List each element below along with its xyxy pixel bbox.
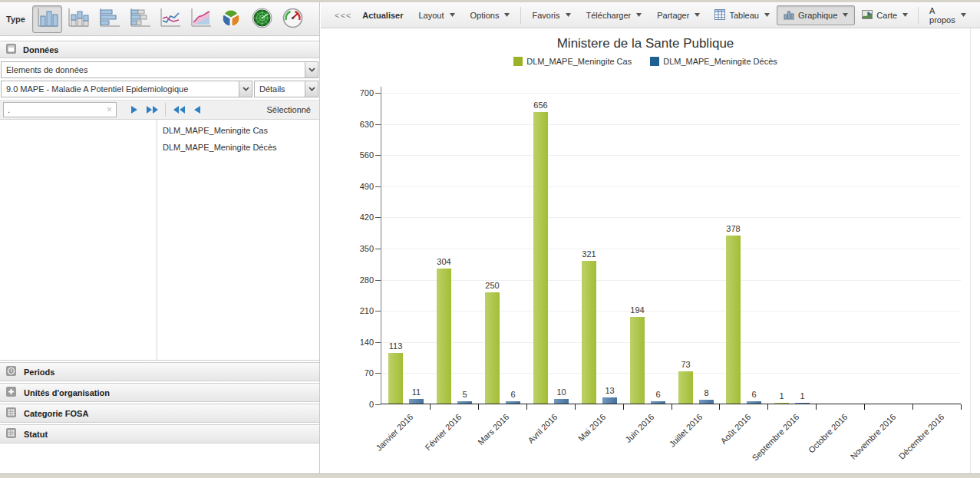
y-axis-tick [375, 186, 381, 187]
column-chart-button[interactable] [32, 5, 62, 33]
line-chart-button[interactable] [155, 5, 185, 33]
menu-collapse[interactable]: <<< [327, 6, 355, 25]
bar-value-label: 194 [622, 305, 653, 315]
chart-bar[interactable] [457, 401, 472, 404]
details-select-value: Détails [255, 84, 305, 94]
bar-value-label: 378 [718, 224, 749, 233]
stacked-column-chart-icon [65, 8, 90, 30]
bar-value-label: 6 [643, 390, 674, 399]
chart-bar[interactable] [582, 261, 596, 404]
menu-tableau[interactable]: Tableau [708, 5, 777, 25]
chart-title: Ministere de la Sante Publique [321, 36, 970, 51]
available-list[interactable] [0, 120, 157, 360]
menu-partager[interactable]: Partager [649, 6, 708, 25]
menu-options[interactable]: Options [463, 6, 518, 25]
chart-bar[interactable] [699, 400, 714, 404]
chart-bar[interactable] [678, 371, 693, 404]
gridline [381, 124, 961, 125]
x-axis-tick [575, 404, 576, 410]
accordion-periods[interactable]: Periods [0, 362, 319, 381]
chart-bar[interactable] [651, 401, 665, 404]
move-all-left-button[interactable] [170, 102, 188, 117]
clear-icon[interactable]: × [107, 105, 112, 114]
y-axis-tick [375, 373, 381, 374]
move-selected-left-button[interactable] [188, 102, 206, 117]
menu-carte[interactable]: Carte [855, 5, 915, 25]
chart-bar[interactable] [533, 112, 548, 404]
chart-bar[interactable] [437, 269, 451, 404]
y-axis-label: 280 [343, 275, 374, 285]
data-group-select[interactable]: 9.0 MAPE - Maladie A Potentiel Epidemiol… [1, 81, 252, 97]
stacked-column-chart-button[interactable] [63, 5, 93, 33]
clock-icon [6, 366, 16, 377]
chart-bar[interactable] [774, 403, 789, 404]
accordion-donnees[interactable]: Données [0, 41, 319, 58]
menu-layout-label: Layout [418, 11, 444, 20]
gauge-chart-button[interactable] [278, 5, 308, 33]
chart-bar[interactable] [409, 399, 424, 404]
bar-value-label: 13 [595, 386, 625, 395]
bar-value-label: 6 [498, 390, 529, 399]
menu-accueil[interactable]: Accueil [974, 6, 980, 25]
chevron-down-icon[interactable] [305, 81, 318, 97]
y-axis-label: 350 [343, 244, 374, 253]
list-item[interactable]: DLM_MAPE_Meningite Cas [157, 122, 319, 139]
accordion-org-units[interactable]: Unités d'organisation [0, 383, 319, 402]
menu-telecharger-label: Télécharger [586, 11, 632, 20]
chart-bar[interactable] [554, 399, 569, 404]
menu-graphique-label: Graphique [798, 11, 837, 20]
details-select[interactable]: Détails [254, 81, 318, 97]
menubar: <<<ActualiserLayoutOptionsFavorisTélécha… [321, 2, 980, 28]
move-all-right-button[interactable] [143, 102, 161, 117]
pie-chart-button[interactable] [216, 5, 246, 33]
y-axis-label: 560 [343, 150, 374, 160]
accordion-categorie-fosa[interactable]: Categorie FOSA [0, 404, 319, 423]
chevron-down-icon[interactable] [239, 81, 252, 97]
accordion-statut[interactable]: Statut [0, 424, 319, 443]
menu-actualiser-label: Actualiser [362, 11, 403, 20]
chart-panel: Ministere de la Sante Publique DLM_MAPE_… [321, 28, 971, 473]
y-axis-label: 70 [343, 368, 374, 377]
chart-bar[interactable] [485, 292, 500, 404]
move-selected-right-button[interactable] [124, 102, 143, 117]
legend-item[interactable]: DLM_MAPE_Meningite Décès [650, 57, 777, 66]
menu-favoris[interactable]: Favoris [524, 6, 578, 25]
list-item[interactable]: DLM_MAPE_Meningite Décès [157, 139, 319, 156]
menu-actualiser[interactable]: Actualiser [355, 6, 411, 25]
chart-bar[interactable] [726, 236, 741, 404]
y-axis-tick [375, 217, 381, 218]
filter-input[interactable]: . × [3, 102, 117, 117]
menu-telecharger[interactable]: Télécharger [579, 6, 650, 25]
chart-bar[interactable] [602, 397, 617, 404]
bar-chart-button[interactable] [94, 5, 124, 33]
chart-bar[interactable] [506, 401, 520, 404]
caret-down-icon [566, 13, 571, 17]
y-axis-label: 140 [343, 338, 374, 347]
y-axis-tick [375, 249, 381, 249]
gridline [381, 249, 961, 249]
menu-graphique[interactable]: Graphique [777, 5, 855, 25]
bar-value-label: 321 [574, 249, 605, 259]
stacked-bar-chart-button[interactable] [124, 5, 154, 33]
chart-type-toolbar: Type [0, 2, 319, 36]
menu-layout[interactable]: Layout [411, 6, 462, 25]
chart-bar[interactable] [795, 403, 810, 404]
area-chart-button[interactable] [186, 5, 216, 33]
selected-list[interactable]: DLM_MAPE_Meningite CasDLM_MAPE_Meningite… [157, 120, 319, 360]
chart-legend: DLM_MAPE_Meningite CasDLM_MAPE_Meningite… [321, 57, 970, 66]
chart-bar[interactable] [747, 401, 761, 404]
caret-down-icon [961, 13, 966, 17]
accordion-categorie-fosa-label: Categorie FOSA [24, 409, 88, 418]
gridline [381, 217, 961, 218]
menu-a-propos[interactable]: A propos [922, 6, 974, 25]
bar-chart-icon [96, 8, 120, 30]
chart-icon [784, 9, 794, 21]
accordion-statut-label: Statut [24, 430, 48, 439]
x-axis-tick [478, 404, 479, 410]
caret-down-icon [450, 13, 455, 17]
data-type-select[interactable]: Elements de données [1, 61, 318, 78]
chevron-down-icon[interactable] [305, 62, 318, 77]
line-chart-icon [157, 8, 182, 30]
legend-item[interactable]: DLM_MAPE_Meningite Cas [513, 57, 632, 66]
radar-chart-button[interactable] [247, 5, 277, 33]
